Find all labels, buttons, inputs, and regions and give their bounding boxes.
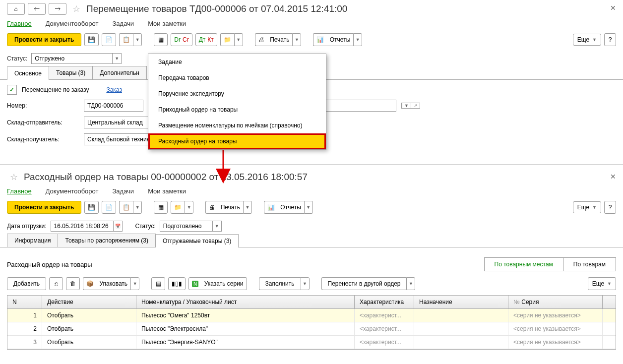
order-link[interactable]: Заказ: [106, 86, 122, 93]
series-button[interactable]: N Указать серии: [188, 277, 247, 290]
files-button[interactable]: 📁: [220, 33, 234, 46]
delete-button[interactable]: 🗑: [66, 277, 80, 290]
table-more-button[interactable]: Еще▼: [588, 277, 616, 290]
doc-tab-extra[interactable]: Дополнительн: [92, 66, 147, 79]
pack-dropdown[interactable]: ▼: [130, 277, 139, 290]
print-dropdown[interactable]: ▼: [292, 33, 301, 46]
create-based-dropdown-2[interactable]: ▼: [133, 201, 142, 214]
save-close-button[interactable]: Провести и закрыть: [7, 33, 81, 46]
reports-button[interactable]: 📊 Отчеты: [313, 33, 353, 46]
structure-button-2[interactable]: ▦: [154, 201, 168, 214]
post-button-2[interactable]: 📄: [102, 201, 116, 214]
create-based-button-2[interactable]: 📋: [119, 201, 133, 214]
doc-tab-goods[interactable]: Товары (3): [49, 66, 93, 79]
files-button-2[interactable]: 📁: [171, 201, 185, 214]
menu-item-receipt-order[interactable]: Приходный ордер на товары: [148, 102, 326, 118]
more-button[interactable]: Еще▼: [573, 34, 601, 46]
status-select-2[interactable]: ▼: [160, 221, 222, 232]
print-button-2[interactable]: 🖨 Печать: [205, 201, 243, 214]
save-button-2[interactable]: 💾: [84, 201, 99, 214]
col-nomenclature[interactable]: Номенклатура / Упаковочный лист: [136, 296, 355, 308]
doc-tab-shipped[interactable]: Отгружаемые товары (3): [155, 234, 239, 247]
more-button-2[interactable]: Еще▼: [573, 201, 601, 213]
home-button[interactable]: ⌂: [7, 3, 25, 15]
list-icon: ▤: [156, 280, 161, 287]
print-icon: 🖨: [209, 204, 215, 211]
number-input[interactable]: [84, 100, 143, 112]
list-button[interactable]: ▤: [151, 277, 165, 290]
chevron-down-icon[interactable]: ▼: [112, 54, 121, 63]
menu-item-task[interactable]: Задание: [148, 54, 326, 70]
close-icon[interactable]: ✕: [610, 4, 616, 12]
tab-tasks-2[interactable]: Задачи: [112, 187, 134, 195]
chevron-down-icon[interactable]: ▼: [402, 103, 411, 108]
tab-tasks[interactable]: Задачи: [112, 20, 134, 27]
col-assignment[interactable]: Назначение: [414, 296, 508, 308]
tab-notes[interactable]: Мои заметки: [148, 20, 186, 27]
ship-date-input[interactable]: 📅: [51, 221, 123, 232]
drcr-button[interactable]: DrCr: [171, 33, 192, 46]
move-button[interactable]: Перенести в другой ордер: [321, 277, 407, 290]
open-icon[interactable]: ↗: [411, 103, 420, 108]
status-label: Статус:: [7, 55, 27, 62]
create-based-dropdown[interactable]: ▼: [133, 33, 142, 46]
save-close-button-2[interactable]: Провести и закрыть: [7, 201, 81, 214]
files-dropdown[interactable]: ▼: [234, 33, 243, 46]
files-dropdown-2[interactable]: ▼: [185, 201, 193, 214]
menu-item-placement[interactable]: Размещение номенклатуры по ячейкам (спра…: [148, 118, 326, 133]
seg-by-goods[interactable]: По товарам: [563, 257, 616, 271]
post-icon: 📄: [105, 204, 113, 211]
tab-docflow-2[interactable]: Документооборот: [46, 187, 99, 195]
doc-tab-info[interactable]: Информация: [7, 234, 58, 247]
table-row[interactable]: 1 Отобрать Пылесос "Омега" 1250вт <харак…: [7, 309, 616, 322]
copy-button[interactable]: ⎌: [49, 277, 63, 290]
save-button[interactable]: 💾: [84, 33, 99, 46]
structure-button[interactable]: ▦: [154, 33, 168, 46]
calendar-icon[interactable]: 📅: [113, 221, 122, 231]
post-button[interactable]: 📄: [102, 33, 116, 46]
reports-button-2[interactable]: 📊 Отчеты: [264, 201, 304, 214]
by-order-checkbox[interactable]: ✓: [7, 85, 17, 95]
add-button[interactable]: Добавить: [7, 277, 46, 290]
favorite-icon[interactable]: ☆: [72, 3, 80, 14]
print-button[interactable]: 🖨 Печать: [255, 33, 293, 46]
tab-main-2[interactable]: Главное: [7, 187, 32, 195]
barcode-icon: ▮▯▮: [172, 280, 182, 287]
reports-dropdown-2[interactable]: ▼: [304, 201, 313, 214]
col-action[interactable]: Действие: [42, 296, 136, 308]
status-label-2: Статус:: [135, 223, 156, 230]
dtkt-button[interactable]: ДтКт: [195, 33, 217, 46]
table-row[interactable]: 3 Отобрать Пылесос "Энергия-SANYO" <хара…: [7, 336, 616, 349]
tab-docflow[interactable]: Документооборот: [46, 20, 99, 27]
doc-tab-main[interactable]: Основное: [7, 66, 49, 80]
menu-item-expeditor[interactable]: Поручение экспедитору: [148, 86, 326, 102]
seg-by-places[interactable]: По товарным местам: [484, 257, 563, 271]
create-based-button[interactable]: 📋: [119, 33, 133, 46]
col-characteristic[interactable]: Характеристика: [355, 296, 414, 308]
reports-dropdown[interactable]: ▼: [353, 33, 362, 46]
fill-dropdown[interactable]: ▼: [301, 277, 310, 290]
back-button[interactable]: 🡐: [28, 3, 46, 15]
forward-button[interactable]: 🡒: [49, 3, 66, 15]
pack-button[interactable]: 📦 Упаковать: [83, 277, 130, 290]
chevron-down-icon[interactable]: ▼: [212, 221, 221, 231]
disk-icon: 💾: [88, 36, 95, 43]
tab-main[interactable]: Главное: [7, 20, 32, 27]
barcode-button[interactable]: ▮▯▮: [168, 277, 186, 290]
table-row[interactable]: 2 Отобрать Пылесос "Электросила" <характ…: [7, 322, 616, 336]
post-icon: 📄: [105, 36, 113, 43]
doc-tab-by-orders[interactable]: Товары по распоряжениям (3): [58, 234, 155, 247]
col-n[interactable]: N: [7, 296, 42, 308]
menu-item-transfer[interactable]: Передача товаров: [148, 70, 326, 86]
favorite-icon[interactable]: ☆: [10, 172, 18, 182]
col-series[interactable]: № Серия: [508, 296, 603, 308]
menu-item-issue-order[interactable]: Расходный ордер на товары: [148, 133, 326, 149]
fill-button[interactable]: Заполнить: [259, 277, 301, 290]
move-dropdown[interactable]: ▼: [406, 277, 415, 290]
close-icon[interactable]: ✕: [610, 173, 616, 181]
status-select[interactable]: ▼: [31, 53, 122, 64]
tab-notes-2[interactable]: Мои заметки: [148, 187, 186, 195]
help-button-2[interactable]: ?: [604, 201, 616, 214]
print-dropdown-2[interactable]: ▼: [243, 201, 252, 214]
help-button[interactable]: ?: [604, 33, 616, 46]
